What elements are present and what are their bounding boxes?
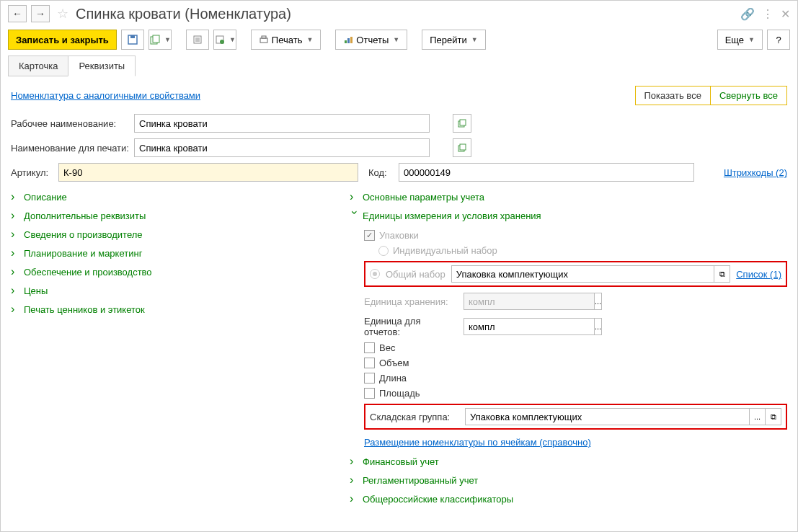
common-label: Общий набор	[386, 269, 445, 280]
svg-rect-18	[460, 144, 466, 150]
star-icon[interactable]: ☆	[57, 6, 68, 22]
common-set-input[interactable]	[451, 265, 715, 283]
barcodes-link[interactable]: Штрихкоды (2)	[724, 167, 787, 178]
packages-checkbox: ✓	[364, 230, 375, 241]
link-icon[interactable]: 🔗	[740, 7, 755, 21]
svg-rect-3	[153, 35, 159, 43]
tree-classifiers[interactable]: ›Общероссийские классификаторы	[350, 489, 787, 508]
individual-radio	[378, 246, 389, 256]
length-label: Длина	[379, 373, 407, 384]
area-label: Площадь	[379, 388, 420, 399]
storage-unit-label: Единица хранения:	[364, 296, 458, 307]
tree-units[interactable]: ›Единицы измерения и условия хранения	[350, 206, 787, 225]
tree-additional[interactable]: ›Дополнительные реквизиты	[11, 206, 335, 225]
tree-supply[interactable]: ›Обеспечение и производство	[11, 262, 335, 281]
code-label: Код:	[368, 167, 394, 178]
storage-unit-select-button[interactable]: ...	[595, 293, 602, 310]
tab-card[interactable]: Карточка	[8, 56, 68, 76]
article-label: Артикул:	[11, 167, 54, 178]
help-button[interactable]: ?	[767, 30, 790, 50]
volume-label: Объем	[379, 358, 409, 368]
svg-rect-13	[347, 38, 350, 43]
report-unit-input[interactable]	[464, 318, 595, 335]
back-button[interactable]: ←	[8, 5, 27, 22]
show-all-button[interactable]: Показать все	[636, 87, 711, 105]
report-unit-label: Единица для отчетов:	[364, 316, 458, 337]
work-name-label: Рабочее наименование:	[11, 118, 130, 129]
individual-label: Индивидуальный набор	[393, 245, 497, 256]
tree-description[interactable]: ›Описание	[11, 187, 335, 206]
warehouse-group-highlight: Складская группа: ... ⧉	[364, 404, 787, 430]
window-title: Спинка кровати (Номенклатура)	[76, 6, 736, 22]
copy-button[interactable]: ▼	[148, 30, 172, 50]
goto-button[interactable]: Перейти▼	[422, 30, 485, 50]
list-dropdown-button[interactable]: ▼	[213, 30, 236, 50]
tree-planning[interactable]: ›Планирование и маркетинг	[11, 244, 335, 262]
svg-rect-12	[345, 40, 347, 43]
weight-checkbox[interactable]	[364, 342, 375, 353]
work-name-input[interactable]	[134, 114, 430, 133]
warehouse-group-label: Складская группа:	[370, 412, 456, 422]
print-name-input[interactable]	[134, 138, 430, 157]
print-name-label: Наименование для печати:	[11, 143, 130, 154]
tree-prices[interactable]: ›Цены	[11, 281, 335, 300]
storage-unit-input	[464, 293, 595, 310]
list-link[interactable]: Список (1)	[736, 269, 781, 280]
print-button[interactable]: Печать▼	[251, 30, 322, 50]
packages-label: Упаковки	[379, 230, 419, 241]
expand-collapse-group: Показать все Свернуть все	[635, 86, 788, 105]
more-button[interactable]: Еще▼	[717, 30, 763, 50]
toolbar: Записать и закрыть ▼ ▼ Печать▼ Отчеты▼ П…	[1, 27, 797, 56]
menu-icon[interactable]: ⋮	[762, 7, 773, 21]
svg-rect-1	[130, 35, 135, 38]
units-section: ✓ Упаковки Индивидуальный набор Общий на…	[350, 228, 787, 452]
content-area: Номенклатура с аналогичными свойствами П…	[1, 77, 797, 531]
reports-button[interactable]: Отчеты▼	[335, 30, 407, 50]
tree-main-params[interactable]: ›Основные параметры учета	[350, 187, 787, 206]
area-checkbox[interactable]	[364, 388, 375, 399]
code-input[interactable]	[399, 163, 694, 182]
svg-rect-14	[350, 37, 353, 43]
left-tree: ›Описание ›Дополнительные реквизиты ›Све…	[11, 187, 335, 508]
warehouse-group-open-button[interactable]: ⧉	[766, 408, 781, 425]
collapse-all-button[interactable]: Свернуть все	[711, 87, 786, 105]
common-set-open-button[interactable]: ⧉	[714, 265, 730, 283]
warehouse-group-select-button[interactable]: ...	[750, 408, 766, 425]
similar-link[interactable]: Номенклатура с аналогичными свойствами	[11, 90, 200, 101]
tree-labels[interactable]: ›Печать ценников и этикеток	[11, 300, 335, 319]
length-checkbox[interactable]	[364, 373, 375, 384]
report-unit-select-button[interactable]: ...	[595, 318, 602, 335]
tabs: Карточка Реквизиты	[1, 56, 797, 77]
common-set-highlight: Общий набор ⧉ Список (1)	[364, 261, 787, 287]
close-icon[interactable]: ✕	[781, 7, 790, 21]
tree-financial[interactable]: ›Финансовый учет	[350, 452, 787, 471]
tree-manufacturer[interactable]: ›Сведения о производителе	[11, 225, 335, 244]
save-button[interactable]	[121, 30, 144, 50]
work-name-action-button[interactable]	[453, 114, 471, 133]
volume-checkbox[interactable]	[364, 358, 375, 368]
svg-rect-11	[262, 36, 266, 38]
warehouse-group-input[interactable]	[465, 408, 750, 425]
placement-link[interactable]: Размещение номенклатуры по ячейкам (спра…	[364, 437, 591, 448]
common-radio	[370, 269, 380, 279]
titlebar: ← → ☆ Спинка кровати (Номенклатура) 🔗 ⋮ …	[1, 1, 797, 27]
right-tree: ›Основные параметры учета ›Единицы измер…	[350, 187, 787, 508]
save-close-button[interactable]: Записать и закрыть	[8, 30, 117, 50]
forward-button[interactable]: →	[31, 5, 50, 22]
svg-rect-10	[260, 38, 267, 43]
print-name-action-button[interactable]	[453, 138, 471, 157]
tree-regulated[interactable]: ›Регламентированный учет	[350, 471, 787, 489]
main-window: ← → ☆ Спинка кровати (Номенклатура) 🔗 ⋮ …	[0, 0, 798, 532]
article-input[interactable]	[58, 163, 358, 182]
weight-label: Вес	[379, 342, 395, 353]
svg-rect-16	[460, 120, 466, 125]
list-button[interactable]	[186, 30, 209, 50]
svg-point-9	[220, 40, 224, 44]
tab-requisites[interactable]: Реквизиты	[68, 56, 136, 76]
